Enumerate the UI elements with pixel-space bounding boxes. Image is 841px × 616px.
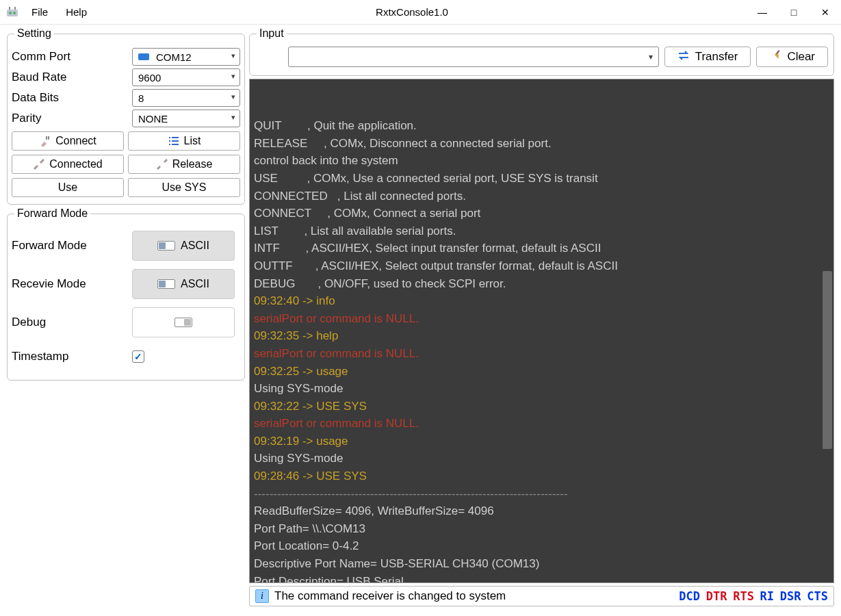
- status-message: The command receiver is changed to syste…: [274, 589, 506, 603]
- console-line: INTF , ASCII/HEX, Select input transfer …: [254, 240, 829, 257]
- broom-icon: [769, 49, 781, 65]
- switch-icon: [174, 318, 192, 327]
- console-line: OUTTF , ASCII/HEX, Select output transfe…: [254, 257, 829, 275]
- comm-port-label: Comm Port: [12, 50, 132, 64]
- clear-button[interactable]: Clear: [756, 47, 828, 67]
- console-line: Descriptive Port Name= USB-SERIAL CH340 …: [254, 555, 829, 573]
- switch-icon: [157, 241, 175, 251]
- console-line: Using SYS-mode: [254, 450, 829, 467]
- console-line: serialPort or command is NULL.: [254, 415, 829, 433]
- comm-port-select[interactable]: COM12: [132, 48, 240, 66]
- setting-legend: Setting: [14, 27, 54, 40]
- svg-rect-7: [169, 137, 170, 138]
- console-line: QUIT , Quit the application.: [254, 117, 829, 135]
- console-line: ReadBufferSize= 4096, WriteBufferSize= 4…: [254, 502, 829, 520]
- console-line: 09:32:40 -> info: [254, 292, 829, 310]
- svg-rect-5: [46, 136, 47, 140]
- use-sys-button[interactable]: Use SYS: [128, 178, 240, 197]
- console-line: ----------------------------------------…: [254, 485, 829, 503]
- console-line: 09:32:35 -> help: [254, 327, 829, 345]
- list-button[interactable]: List: [128, 131, 240, 151]
- console-line: CONNECT , COMx, Connect a serial port: [254, 205, 829, 222]
- console-output[interactable]: QUIT , Quit the application.RELEASE , CO…: [249, 79, 834, 583]
- status-bar: i The command receiver is changed to sys…: [249, 586, 834, 606]
- forward-panel: Forward Mode Forward Mode ASCII Recevie …: [7, 207, 245, 381]
- window-title: RxtxConsole1.0: [105, 6, 747, 18]
- svg-point-1: [9, 12, 12, 14]
- parity-select[interactable]: NONE: [132, 110, 240, 127]
- scrollbar[interactable]: [821, 79, 833, 582]
- signal-dsr: DSR: [780, 589, 801, 603]
- signal-rts: RTS: [733, 589, 754, 603]
- signal-ri: RI: [760, 589, 774, 603]
- input-panel: Input Transfer Clear: [249, 27, 834, 76]
- switch-icon: [157, 279, 175, 289]
- signal-cts: CTS: [807, 589, 828, 603]
- data-bits-select[interactable]: 8: [132, 89, 240, 107]
- console-line: Port Location= 0-4.2: [254, 537, 829, 555]
- timestamp-label: Timestamp: [12, 350, 132, 363]
- list-icon: [168, 135, 180, 147]
- title-bar: File Help RxtxConsole1.0 — □ ✕: [0, 0, 841, 25]
- scrollbar-thumb[interactable]: [823, 271, 832, 449]
- svg-rect-10: [172, 140, 179, 142]
- console-line: Port Description= USB Serial: [254, 573, 829, 583]
- svg-rect-8: [172, 137, 179, 138]
- plug-icon: [39, 135, 51, 147]
- debug-label: Debug: [12, 316, 132, 329]
- connect-button[interactable]: Connect: [12, 131, 124, 151]
- baud-rate-label: Baud Rate: [12, 70, 132, 84]
- signal-dtr: DTR: [706, 589, 727, 603]
- svg-rect-6: [48, 136, 49, 140]
- forward-mode-label: Forward Mode: [12, 239, 132, 253]
- receive-mode-label: Recevie Mode: [12, 277, 132, 291]
- parity-label: Parity: [12, 112, 132, 125]
- data-bits-label: Data Bits: [12, 91, 132, 105]
- console-line: Using SYS-mode: [254, 380, 829, 398]
- transfer-button[interactable]: Transfer: [664, 47, 751, 67]
- console-line: 09:32:19 -> usage: [254, 433, 829, 450]
- info-icon: i: [255, 589, 269, 603]
- svg-rect-4: [14, 7, 16, 10]
- setting-panel: Setting Comm Port COM12 Baud Rate 9600 D…: [7, 27, 245, 205]
- connected-button[interactable]: Connected: [12, 155, 124, 174]
- svg-rect-3: [9, 7, 10, 10]
- minimize-button[interactable]: —: [747, 0, 778, 25]
- console-line: RELEASE , COMx, Disconnect a connected s…: [254, 135, 829, 153]
- transfer-icon: [677, 49, 690, 65]
- link-icon: [33, 158, 45, 170]
- maximize-button[interactable]: □: [778, 0, 810, 25]
- svg-rect-9: [169, 140, 170, 142]
- use-button[interactable]: Use: [12, 178, 124, 197]
- release-button[interactable]: Release: [128, 155, 240, 174]
- port-icon: [138, 53, 149, 60]
- debug-toggle[interactable]: [132, 307, 235, 337]
- console-line: serialPort or command is NULL.: [254, 310, 829, 328]
- menu-file[interactable]: File: [31, 6, 48, 18]
- app-icon: [5, 5, 19, 19]
- signal-dcd: DCD: [679, 589, 700, 603]
- console-line: USE , COMx, Use a connected serial port,…: [254, 170, 829, 188]
- console-line: Port Path= \\.\COM13: [254, 520, 829, 538]
- console-line: control back into the system: [254, 152, 829, 170]
- console-line: 09:28:46 -> USE SYS: [254, 467, 829, 485]
- timestamp-checkbox[interactable]: ✓: [132, 350, 144, 363]
- console-line: serialPort or command is NULL.: [254, 345, 829, 363]
- svg-rect-12: [172, 144, 179, 145]
- receive-mode-toggle[interactable]: ASCII: [132, 269, 235, 299]
- console-line: LIST , List all available serial ports.: [254, 222, 829, 240]
- baud-rate-select[interactable]: 9600: [132, 68, 240, 86]
- command-input[interactable]: [288, 47, 659, 67]
- forward-mode-toggle[interactable]: ASCII: [132, 231, 235, 261]
- menu-help[interactable]: Help: [66, 6, 87, 18]
- svg-rect-11: [169, 144, 170, 145]
- console-line: DEBUG , ON/OFF, used to check SCPI error…: [254, 275, 829, 293]
- console-line: 09:32:22 -> USE SYS: [254, 398, 829, 415]
- svg-rect-0: [7, 10, 18, 16]
- console-line: 09:32:25 -> usage: [254, 363, 829, 381]
- close-button[interactable]: ✕: [810, 0, 841, 25]
- input-legend: Input: [257, 27, 287, 40]
- unlink-icon: [156, 158, 168, 170]
- svg-point-2: [13, 12, 16, 14]
- forward-legend: Forward Mode: [14, 207, 90, 220]
